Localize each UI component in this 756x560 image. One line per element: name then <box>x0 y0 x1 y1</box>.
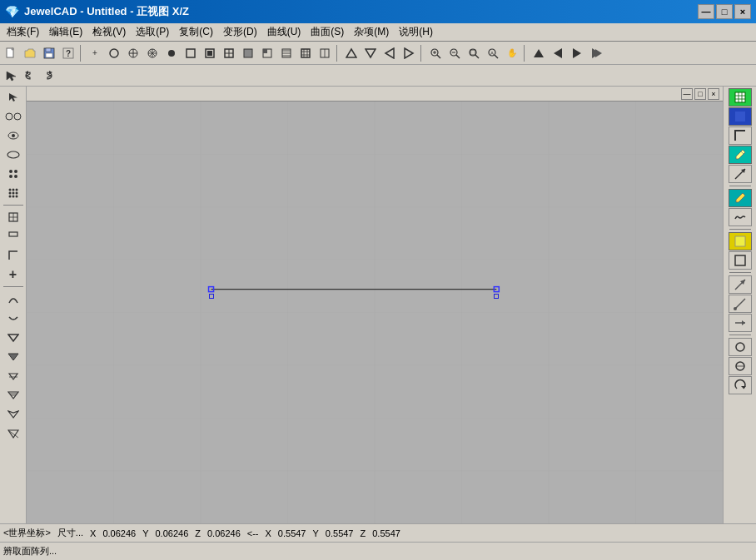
menu-edit[interactable]: 编辑(E) <box>44 23 87 41</box>
svg-rect-49 <box>470 50 475 55</box>
arr-btn4[interactable] <box>587 44 605 62</box>
tri-right-tool[interactable] <box>400 44 418 62</box>
arr-right-button[interactable] <box>568 44 586 62</box>
svg-marker-53 <box>534 49 544 57</box>
svg-marker-82 <box>8 335 18 341</box>
rt-wave-btn[interactable] <box>729 208 752 226</box>
save-button[interactable] <box>40 44 58 62</box>
tri-down-tool[interactable] <box>361 44 380 62</box>
menu-copy[interactable]: 复制(C) <box>174 23 218 41</box>
left-tool-corner[interactable] <box>2 246 24 265</box>
left-tri-down-3[interactable] <box>2 366 24 384</box>
menu-curve[interactable]: 曲线(U) <box>262 23 306 41</box>
left-tool-6[interactable] <box>2 184 24 202</box>
status-bar-1: <世界坐标> 尺寸... X 0.06246 Y 0.06246 Z 0.062… <box>0 523 756 542</box>
left-tool-7[interactable] <box>2 208 24 226</box>
help-button[interactable]: ? <box>59 44 77 62</box>
zoom-box-button[interactable] <box>465 44 483 62</box>
square-tool-2[interactable] <box>201 44 219 62</box>
rt-arrow-plain-btn[interactable] <box>729 165 752 183</box>
minimize-button[interactable]: — <box>698 4 714 19</box>
left-tri-cut[interactable] <box>2 424 24 442</box>
left-tool-8[interactable] <box>2 227 24 245</box>
maximize-button[interactable]: □ <box>716 4 733 19</box>
rt-circle2-btn[interactable] <box>729 357 752 375</box>
rt-green-btn[interactable] <box>729 88 752 107</box>
svg-marker-83 <box>8 354 18 360</box>
tri-left-tool[interactable] <box>380 44 399 62</box>
arr-up-button[interactable] <box>530 44 548 62</box>
left-tool-3[interactable] <box>2 126 24 145</box>
sub-close-button[interactable]: × <box>708 88 719 100</box>
crosshair-tool[interactable] <box>124 44 142 62</box>
square-tool-4[interactable] <box>239 44 257 62</box>
left-tool-arc[interactable] <box>2 290 24 308</box>
square-tool-7[interactable] <box>296 44 315 62</box>
menu-view[interactable]: 检视(V) <box>87 23 131 41</box>
circle-tool[interactable] <box>105 44 123 62</box>
endpoint-right-marker[interactable] <box>494 294 499 299</box>
y2-label: Y <box>313 528 319 538</box>
menu-surface[interactable]: 曲面(S) <box>306 23 349 41</box>
svg-rect-24 <box>263 49 267 53</box>
left-tri-down-2[interactable] <box>2 347 24 365</box>
rt-rotate-btn[interactable] <box>729 376 752 394</box>
rt-arr3-btn[interactable] <box>729 314 752 332</box>
left-select-tool[interactable] <box>2 88 24 107</box>
zoom-in-button[interactable] <box>426 44 445 62</box>
svg-line-45 <box>456 55 460 58</box>
sub-minimize-button[interactable]: — <box>681 88 693 100</box>
menu-transform[interactable]: 变形(D) <box>218 23 262 41</box>
viewport-grid[interactable] <box>27 102 723 523</box>
square-tool-3[interactable] <box>220 44 238 62</box>
left-tool-5[interactable] <box>2 165 24 183</box>
left-tool-4[interactable] <box>2 146 24 164</box>
svg-marker-57 <box>595 49 602 57</box>
left-tri-open[interactable] <box>2 404 24 423</box>
menu-select[interactable]: 选取(P) <box>131 23 174 41</box>
left-tool-arc2[interactable] <box>2 309 24 327</box>
redo-button[interactable] <box>40 67 58 85</box>
rt-arr1-btn[interactable] <box>729 275 752 294</box>
menu-file[interactable]: 档案(F) <box>2 23 44 41</box>
select-tool[interactable] <box>2 67 20 85</box>
pan-button[interactable]: ✋ <box>503 44 521 62</box>
rt-plain-sq-btn[interactable] <box>729 251 752 270</box>
rt-circle1-btn[interactable] <box>729 338 752 356</box>
cursor-tool[interactable]: + <box>86 44 104 62</box>
svg-rect-111 <box>735 112 745 121</box>
svg-rect-18 <box>207 51 212 56</box>
square-tool-5[interactable] <box>258 44 276 62</box>
sub-restore-button[interactable]: □ <box>694 88 706 100</box>
zoom-out-button[interactable] <box>445 44 464 62</box>
rt-blue-btn[interactable] <box>729 107 752 126</box>
square-tool-1[interactable] <box>182 44 200 62</box>
left-tri-down-4[interactable] <box>2 385 24 404</box>
endpoint-left-marker[interactable] <box>209 294 214 299</box>
zoom-all-button[interactable]: A <box>484 44 502 62</box>
close-button[interactable]: × <box>734 4 751 19</box>
canvas-area[interactable]: — □ × <box>27 87 723 523</box>
web-tool[interactable] <box>143 44 162 62</box>
rt-pencil-teal-btn[interactable] <box>729 189 752 207</box>
svg-marker-38 <box>385 48 394 58</box>
left-tool-2[interactable] <box>2 107 24 126</box>
open-button[interactable] <box>21 44 39 62</box>
left-tri-down-1[interactable] <box>2 328 24 346</box>
rt-yellow-btn[interactable] <box>729 232 752 250</box>
rt-arr2-btn[interactable] <box>729 295 752 313</box>
square-tool-8[interactable] <box>316 44 334 62</box>
rt-pencil-cyan-btn[interactable] <box>729 146 752 164</box>
toolbar-separator-1 <box>80 45 83 62</box>
menu-help[interactable]: 说明(H) <box>394 23 438 41</box>
tri-up-tool[interactable] <box>342 44 361 62</box>
menu-misc[interactable]: 杂项(M) <box>349 23 394 41</box>
new-button[interactable] <box>2 44 20 62</box>
undo-button[interactable] <box>21 67 39 85</box>
square-tool-6[interactable] <box>277 44 296 62</box>
left-tool-plus[interactable]: + <box>2 265 24 284</box>
rt-sep-2 <box>729 229 751 230</box>
dot-tool[interactable] <box>162 44 181 62</box>
rt-corner-btn[interactable] <box>729 126 752 145</box>
arr-left-button[interactable] <box>549 44 567 62</box>
